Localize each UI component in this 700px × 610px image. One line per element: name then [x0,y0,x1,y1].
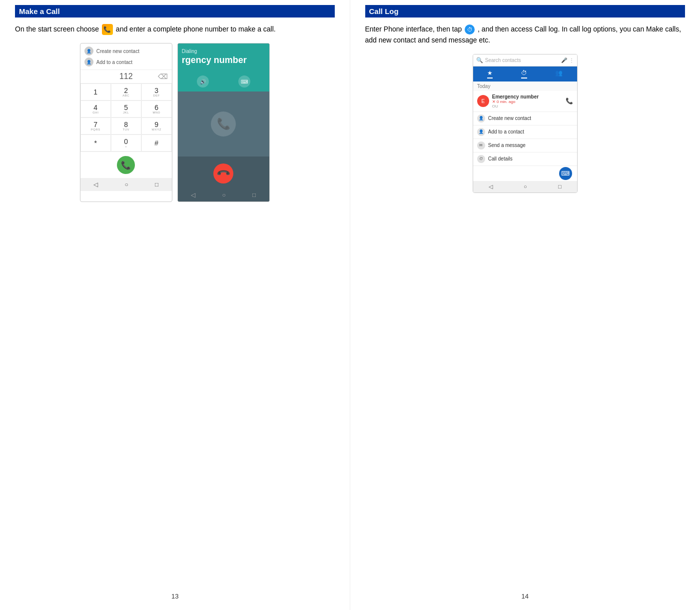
calling-body: 📞 [178,92,269,156]
key-7[interactable]: 7 PQRS [80,118,111,134]
speaker-icon[interactable]: 🔊 [197,76,209,88]
right-section-title: Call Log [365,5,686,18]
right-section: Call Log Enter Phone interface, then tap… [350,0,700,610]
body-suffix: and enter a complete phone number to mak… [114,25,276,33]
key-3[interactable]: 3 DEF [141,84,172,100]
option-call-details[interactable]: ⏱ Call details [473,152,577,166]
more-icon[interactable]: ⋮ [569,58,574,63]
tab-recent[interactable]: ⏱ [521,70,527,78]
key-4-letters: GHI [92,111,98,114]
calllog-mockup: 🔍 Search contacts 🎤 ⋮ ★ ⏱ 👥 Today E [473,54,578,193]
tab-favorites[interactable]: ★ [487,70,493,78]
key-0-letters: + [125,145,127,148]
left-page-number: 13 [171,592,178,600]
option-add-contact[interactable]: 👤 Add to a contact [473,126,577,139]
contact-avatar: E [477,95,489,107]
key-6-num: 6 [154,104,158,111]
calling-controls: 🔊 ⌨ [178,72,269,92]
dialer-action-row: 📞 [80,152,172,178]
key-5[interactable]: 5 JKL [111,100,141,118]
calling-nav: ◁ ○ □ [178,188,269,202]
end-call-button[interactable]: 📞 [213,164,233,184]
clock-icon: ⏱ [465,24,475,34]
key-0-num: 0 [124,138,128,145]
create-contact-label: Create new contact [96,48,139,54]
dialer-number: 112 [94,72,158,81]
calling-end-row: 📞 [178,156,269,188]
home-nav-icon[interactable]: ○ [124,181,128,188]
add-contact-opt-icon: 👤 [477,128,485,136]
key-0[interactable]: 0 + [111,134,141,152]
calling-home-nav[interactable]: ○ [222,192,225,198]
calllog-entry: E Emergency number ✕ 0 min. ago OU 📞 [473,91,577,112]
fab-dialpad-button[interactable]: ⌨ [559,167,572,180]
tab-contacts[interactable]: 👥 [555,70,563,78]
calling-status: Dialing [182,48,265,54]
option-send-message[interactable]: ✉ Send a message [473,139,577,152]
add-contact-label: Add to a contact [96,60,132,65]
mic-icon[interactable]: 🎤 [561,58,567,63]
key-6[interactable]: 6 MNO [141,100,172,118]
dialer-nav: ◁ ○ □ [80,178,172,191]
key-5-letters: JKL [123,111,129,114]
key-hash[interactable]: # [141,134,172,152]
calling-back-nav[interactable]: ◁ [191,192,195,198]
key-9[interactable]: 9 WXYZ [141,118,172,134]
phone-app-icon: 📞 [102,24,113,35]
key-8-letters: TUV [123,128,130,131]
recents-nav-icon[interactable]: □ [155,181,158,188]
key-8-num: 8 [124,121,128,128]
key-8[interactable]: 8 TUV [111,118,141,134]
key-4[interactable]: 4 GHI [80,100,111,118]
entry-info: Emergency number ✕ 0 min. ago OU [492,94,563,108]
back-nav-icon[interactable]: ◁ [93,181,98,188]
right-body-text: Enter Phone interface, then tap [365,25,462,33]
add-contact-icon: 👤 [84,58,93,66]
calling-header: Dialing rgency number [178,44,269,72]
key-1[interactable]: 1 [80,84,111,100]
key-6-letters: MNO [153,111,161,114]
key-7-num: 7 [93,121,97,128]
calllog-fab: ⌨ [473,166,577,181]
calllog-recents-nav[interactable]: □ [558,184,562,190]
right-page-number: 14 [522,592,529,600]
entry-call-icon[interactable]: 📞 [566,98,573,104]
keypad-icon[interactable]: ⌨ [238,76,250,88]
send-message-opt-icon: ✉ [477,142,485,150]
key-star-num: * [94,140,97,146]
calllog-home-nav[interactable]: ○ [524,184,527,190]
dialer-option-add: 👤 Add to a contact [84,58,168,66]
create-contact-icon: 👤 [84,46,93,56]
send-message-opt-label: Send a message [488,142,526,148]
key-5-num: 5 [124,104,128,111]
dialer-top-options: 👤 Create new contact 👤 Add to a contact [80,44,172,70]
entry-sub: OU [492,104,563,108]
search-icon: 🔍 [476,57,483,64]
screenshots-row: 👤 Create new contact 👤 Add to a contact … [15,43,335,202]
calllog-back-nav[interactable]: ◁ [489,184,493,190]
call-button[interactable]: 📞 [117,156,135,174]
left-section-body: On the start screen choose 📞 and enter a… [15,24,335,35]
key-2-letters: ABC [122,94,129,97]
caller-avatar: 📞 [211,112,236,136]
right-section-body: Enter Phone interface, then tap ⏱ , and … [365,24,686,46]
calllog-tabs: ★ ⏱ 👥 [473,66,577,82]
calling-number: rgency number [182,55,265,66]
option-create-contact[interactable]: 👤 Create new contact [473,112,577,126]
key-star[interactable]: * [80,134,111,152]
calling-recents-nav[interactable]: □ [252,192,256,198]
key-4-num: 4 [93,104,97,111]
call-details-opt-icon: ⏱ [477,155,485,163]
dialer-number-display: 112 ⌫ [80,70,172,84]
calllog-search-bar: 🔍 Search contacts 🎤 ⋮ [473,54,577,66]
key-2-num: 2 [124,87,128,94]
end-call-icon: 📞 [216,166,231,182]
key-3-letters: DEF [153,94,160,97]
key-2[interactable]: 2 ABC [111,84,141,100]
key-1-num: 1 [93,88,97,96]
add-contact-opt-label: Add to a contact [488,129,524,134]
create-contact-opt-label: Create new contact [488,116,531,121]
entry-detail: ✕ 0 min. ago [492,100,563,104]
calllog-screenshot-container: 🔍 Search contacts 🎤 ⋮ ★ ⏱ 👥 Today E [365,54,686,193]
call-icon: 📞 [121,160,131,170]
